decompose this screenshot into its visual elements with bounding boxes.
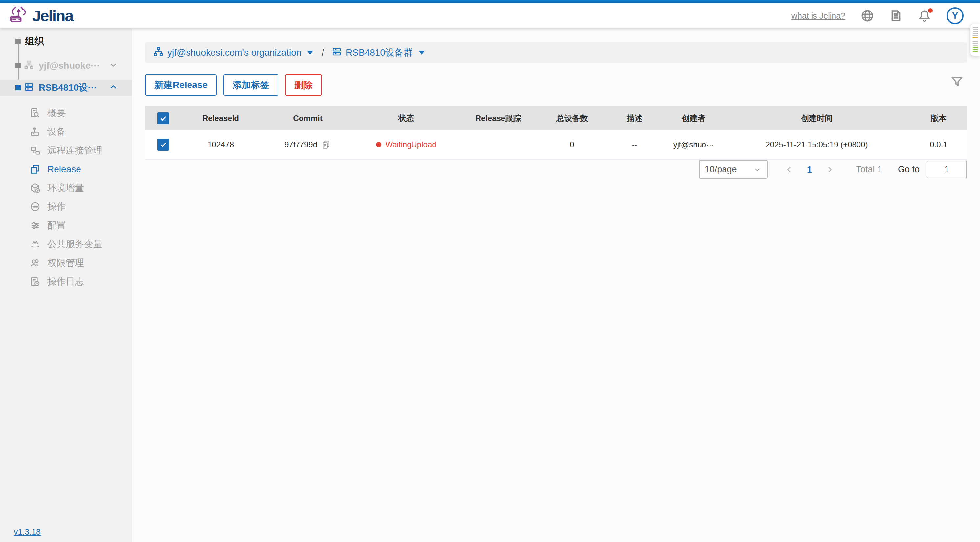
sidebar-item-env-increment[interactable]: 环境增量 <box>0 179 132 197</box>
configuration-sliders-icon <box>30 220 41 231</box>
feedback-widget-thumbnail[interactable] <box>970 24 980 56</box>
remote-connection-icon <box>30 145 41 156</box>
top-accent-strip <box>0 0 980 3</box>
main-content: yjf@shuokesi.com's organization / RSB481… <box>132 28 980 542</box>
overview-icon <box>30 107 41 119</box>
sidebar-item-label: 权限管理 <box>47 257 84 269</box>
filter-funnel-icon[interactable] <box>950 74 964 89</box>
toolbar: 新建Release 添加标签 删除 <box>145 74 322 96</box>
breadcrumb-org-label: yjf@shuokesi.com's organization <box>167 47 301 58</box>
cell-description: -- <box>605 140 664 149</box>
col-header-version: 版本 <box>910 113 967 124</box>
tree-bullet <box>16 63 21 69</box>
chevron-down-icon <box>753 165 762 174</box>
sitemap-icon <box>24 60 34 72</box>
cell-total-devices: 0 <box>539 140 605 149</box>
select-all-checkbox[interactable] <box>158 112 169 124</box>
pagination-total: Total 1 <box>856 164 882 175</box>
goto-page-input[interactable] <box>927 161 967 179</box>
app-version-link[interactable]: v1.3.18 <box>14 527 41 537</box>
cell-created-at: 2025-11-21 15:05:19 (+0800) <box>723 140 910 149</box>
commit-hash: 97f7799d <box>285 140 317 149</box>
cell-status: WaitingUpload <box>355 140 457 149</box>
sidebar-item-permissions[interactable]: 权限管理 <box>0 253 132 272</box>
chevron-down-icon[interactable] <box>108 60 118 71</box>
col-header-created-at: 创建时间 <box>723 113 910 124</box>
sidebar-item-label: 设备 <box>47 126 66 138</box>
notification-badge <box>928 8 933 13</box>
status-label: WaitingUpload <box>385 140 436 149</box>
sidebar-item-organization-root[interactable]: 组织 <box>0 33 132 50</box>
sidebar-item-operation-log[interactable]: 操作日志 <box>0 272 132 291</box>
app-logo[interactable]: Jelina <box>8 6 73 25</box>
breadcrumb-device-group[interactable]: RSB4810设备群 <box>331 46 425 59</box>
sidebar-item-remote-connection[interactable]: 远程连接管理 <box>0 141 132 160</box>
col-header-total-devices: 总设备数 <box>539 113 605 124</box>
sidebar-menu: 概要 设备 远程连接管理 <box>0 104 132 291</box>
device-group-icon <box>24 82 34 94</box>
col-header-status: 状态 <box>355 113 457 124</box>
sidebar-item-release[interactable]: Release <box>0 160 132 179</box>
public-service-vars-icon <box>30 239 41 250</box>
page-size-select[interactable]: 10/page <box>699 160 767 179</box>
permissions-users-icon <box>30 257 41 269</box>
app-header: Jelina what is Jelina? Y <box>0 3 980 28</box>
table-header-row: ReleaseId Commit 状态 Release跟踪 总设备数 描述 创建… <box>145 106 967 130</box>
sidebar-item-overview[interactable]: 概要 <box>0 104 132 122</box>
breadcrumb-organization[interactable]: yjf@shuokesi.com's organization <box>153 46 313 59</box>
sidebar-item-operations[interactable]: 操作 <box>0 197 132 216</box>
sidebar-item-device-group[interactable]: RSB4810设··· <box>0 80 132 96</box>
sidebar-item-label: 操作日志 <box>47 276 84 288</box>
breadcrumb-separator: / <box>321 47 324 58</box>
row-checkbox[interactable] <box>158 139 169 151</box>
organization-root-label: 组织 <box>25 35 44 48</box>
sidebar-item-label: 配置 <box>47 219 66 232</box>
next-page-arrow[interactable] <box>825 165 834 174</box>
docs-icon[interactable] <box>889 9 902 22</box>
pagination: 10/page 1 Total 1 Go to <box>145 160 967 179</box>
user-avatar[interactable]: Y <box>947 7 964 24</box>
sitemap-icon <box>153 46 164 59</box>
env-increment-icon <box>30 182 41 194</box>
col-header-release-track: Release跟踪 <box>457 113 539 124</box>
tree-bullet-active <box>16 85 21 90</box>
cell-version: 0.0.1 <box>910 140 967 149</box>
breadcrumb: yjf@shuokesi.com's organization / RSB481… <box>145 42 967 63</box>
dropdown-triangle-icon <box>307 51 313 54</box>
logo-wordmark: Jelina <box>32 7 73 25</box>
sidebar-item-label: Release <box>47 164 81 175</box>
breadcrumb-group-label: RSB4810设备群 <box>346 46 413 59</box>
operation-log-icon <box>30 276 41 287</box>
organization-label: yjf@shuoke··· <box>39 61 100 71</box>
sidebar-item-public-service-vars[interactable]: 公共服务变量 <box>0 235 132 253</box>
delete-button[interactable]: 删除 <box>285 74 322 96</box>
col-header-creator: 创建者 <box>664 113 723 124</box>
sidebar-item-organization[interactable]: yjf@shuoke··· <box>0 57 132 74</box>
sidebar: 组织 yjf@shuoke··· RSB4810设··· <box>0 28 132 542</box>
sidebar-item-devices[interactable]: 设备 <box>0 122 132 141</box>
device-group-label: RSB4810设··· <box>39 81 97 94</box>
add-tag-button[interactable]: 添加标签 <box>223 74 278 96</box>
notification-bell-icon[interactable] <box>918 9 931 23</box>
sidebar-item-label: 环境增量 <box>47 182 84 194</box>
goto-label: Go to <box>898 164 920 175</box>
chevron-up-icon[interactable] <box>108 82 118 93</box>
sidebar-item-label: 操作 <box>47 201 66 213</box>
table-row[interactable]: 102478 97f7799d WaitingUpload 0 -- yjf@s… <box>145 130 967 160</box>
dropdown-triangle-icon <box>419 51 425 54</box>
copy-icon[interactable] <box>321 140 331 150</box>
cloud-logo-icon <box>8 6 29 25</box>
sidebar-item-label: 公共服务变量 <box>47 238 102 250</box>
sidebar-item-label: 远程连接管理 <box>47 144 102 157</box>
language-globe-icon[interactable] <box>861 9 874 23</box>
what-is-jelina-link[interactable]: what is Jelina? <box>791 11 845 21</box>
tree-bullet <box>16 39 21 44</box>
prev-page-arrow[interactable] <box>784 165 794 174</box>
page-number-current[interactable]: 1 <box>807 164 812 175</box>
new-release-button[interactable]: 新建Release <box>145 74 217 96</box>
cell-creator: yjf@shuo··· <box>664 140 723 149</box>
status-dot-icon <box>376 142 381 147</box>
sidebar-item-configuration[interactable]: 配置 <box>0 216 132 235</box>
device-group-icon <box>331 46 342 59</box>
release-table: ReleaseId Commit 状态 Release跟踪 总设备数 描述 创建… <box>145 106 967 160</box>
